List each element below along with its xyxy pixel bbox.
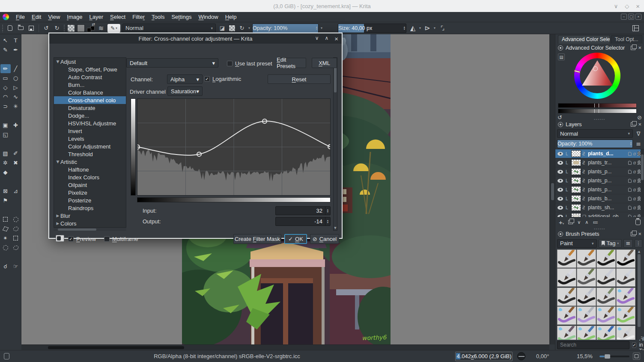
assistants-tool[interactable]: ⊿ bbox=[11, 187, 21, 196]
brush-preset-tile[interactable] bbox=[577, 249, 596, 268]
transform-tool[interactable]: ▣ bbox=[0, 121, 11, 130]
preview-mode-button[interactable] bbox=[56, 235, 64, 242]
layer-opacity-slider[interactable]: Opacity: 100% ▴▾ bbox=[557, 139, 633, 148]
mirror-horizontal-button[interactable]: ◭ bbox=[408, 24, 417, 33]
layer-visibility-icon[interactable] bbox=[558, 197, 563, 201]
canvas-vertical-scrollbar[interactable] bbox=[549, 34, 555, 344]
color-history-bar[interactable] bbox=[558, 103, 637, 108]
filter-item-artistic[interactable]: ▼Artistic bbox=[54, 158, 126, 166]
output-spinbox[interactable]: -14 ▴▾ bbox=[275, 217, 331, 226]
freehand-brush-tool[interactable]: ✏ bbox=[0, 64, 11, 73]
use-last-preset-checkbox[interactable]: Use last preset bbox=[227, 60, 272, 67]
move-layer-down-button[interactable]: ∨ bbox=[577, 220, 581, 225]
polygon-tool[interactable]: ◇ bbox=[0, 83, 11, 92]
mdi-restore-icon[interactable]: ▢ bbox=[628, 14, 634, 20]
filter-item-pixelize[interactable]: Pixelize bbox=[54, 189, 126, 196]
layer-lock-icon[interactable] bbox=[628, 206, 632, 210]
layer-filter-icon[interactable]: ∇ bbox=[635, 131, 642, 137]
move-tool[interactable]: ✚ bbox=[11, 121, 21, 130]
float-docker-icon[interactable] bbox=[631, 122, 635, 127]
contiguous-select-tool[interactable]: ✴ bbox=[0, 234, 11, 243]
layer-row[interactable]: LƧplants_p...α bbox=[555, 185, 644, 194]
menu-view[interactable]: View bbox=[45, 13, 63, 21]
close-docker-icon[interactable]: × bbox=[638, 232, 641, 236]
text-tool[interactable]: T bbox=[11, 36, 21, 45]
layer-lock-icon[interactable] bbox=[628, 197, 632, 201]
canvas-horizontal-scrollbar[interactable] bbox=[21, 344, 549, 350]
layer-thumbnail[interactable] bbox=[571, 186, 581, 193]
brush-preset-tile[interactable] bbox=[557, 306, 576, 325]
layer-row[interactable]: LƧplants_tr...α bbox=[555, 158, 644, 167]
multiframe-checkbox[interactable]: Multiframe bbox=[104, 236, 138, 242]
filter-item-color-balance[interactable]: Color Balance bbox=[54, 89, 126, 96]
similar-color-select-tool[interactable] bbox=[11, 234, 21, 243]
mirror-v-dropdown-icon[interactable]: ▾ bbox=[434, 26, 435, 30]
brush-preset-tile[interactable] bbox=[577, 288, 596, 306]
brush-preset-tile[interactable] bbox=[616, 268, 635, 287]
workspace-chooser-button[interactable] bbox=[631, 24, 640, 33]
brush-preset-tile[interactable] bbox=[557, 326, 576, 340]
magnetic-select-tool[interactable] bbox=[11, 243, 21, 252]
crop-tool[interactable]: ◱ bbox=[0, 130, 11, 139]
polyline-tool[interactable]: ▷ bbox=[11, 83, 21, 92]
layer-thumbnail[interactable] bbox=[571, 168, 581, 175]
trim-to-image-button[interactable]: ⌜⌟ bbox=[438, 24, 446, 33]
xml-button[interactable]: XML bbox=[312, 58, 337, 68]
pattern-edit-tool[interactable]: ✲ bbox=[0, 158, 11, 167]
delete-layer-button[interactable] bbox=[635, 220, 641, 225]
edit-shapes-tool[interactable]: ✎ bbox=[0, 45, 11, 54]
layer-row[interactable]: LƧplants_d...α bbox=[555, 149, 644, 158]
layer-lock-icon[interactable] bbox=[628, 170, 632, 174]
tab-tool-options[interactable]: Tool Opt... bbox=[611, 35, 642, 44]
undo-button[interactable]: ↺ bbox=[42, 24, 51, 33]
float-docker-icon[interactable] bbox=[631, 232, 635, 236]
rotation-dial-icon[interactable] bbox=[517, 352, 525, 360]
close-docker-icon[interactable]: × bbox=[638, 122, 641, 127]
layer-blend-mode-combo[interactable]: Normal▾ bbox=[557, 129, 633, 138]
filter-item-threshold[interactable]: Threshold bbox=[54, 150, 126, 158]
layer-lock-icon[interactable] bbox=[628, 152, 632, 156]
filter-item-slope-offset-powe[interactable]: Slope, Offset, Powe bbox=[54, 65, 126, 73]
select-shapes-tool[interactable]: ↖ bbox=[0, 36, 11, 45]
zoom-value[interactable]: 15,5% bbox=[577, 353, 593, 359]
dynamic-brush-tool[interactable]: ⊃ bbox=[0, 102, 11, 111]
calligraphy-tool[interactable]: ✒ bbox=[11, 45, 21, 54]
layer-thumbnail[interactable] bbox=[571, 204, 581, 211]
layer-row[interactable]: L❏additional_ob...α bbox=[555, 212, 644, 217]
inherit-alpha-icon[interactable]: α bbox=[633, 160, 636, 165]
app-titlebar[interactable]: (3,0 GiB) - [cozy_tenement.kra] — Krita … bbox=[0, 0, 644, 12]
reset-button[interactable]: Reset bbox=[268, 74, 331, 84]
filter-item-oilpaint[interactable]: Oilpaint bbox=[54, 181, 126, 189]
brush-preset-tile[interactable] bbox=[616, 326, 635, 340]
brush-preset-tile[interactable] bbox=[596, 326, 616, 340]
maximize-icon[interactable]: ◇ bbox=[625, 3, 629, 9]
dialog-maximize-icon[interactable]: ∧ bbox=[325, 35, 328, 42]
multibrush-tool[interactable]: ✳ bbox=[11, 102, 21, 111]
rotation-value[interactable]: 0,00° bbox=[536, 353, 549, 359]
filter-item-desaturate[interactable]: Desaturate bbox=[54, 104, 126, 112]
preview-checkbox[interactable]: ✓Preview bbox=[68, 236, 96, 242]
mdi-minimize-icon[interactable]: − bbox=[621, 14, 627, 20]
preserve-alpha-button[interactable] bbox=[229, 25, 236, 32]
menu-settings[interactable]: Settings bbox=[168, 13, 195, 21]
layer-lock-icon[interactable] bbox=[628, 161, 632, 165]
layer-list[interactable]: LƧplants_d...αLƧplants_tr...αLƧplants_p.… bbox=[555, 149, 644, 217]
menu-select[interactable]: Select bbox=[107, 13, 129, 21]
menu-filter[interactable]: Filter bbox=[129, 13, 148, 21]
brush-preset-grid[interactable]: ▲ ▼ bbox=[557, 249, 641, 340]
mirror-h-dropdown-icon[interactable]: ▾ bbox=[419, 26, 421, 30]
pan-tool[interactable]: ☞ bbox=[11, 262, 21, 271]
open-document-button[interactable] bbox=[16, 24, 25, 33]
brush-preset-tile[interactable] bbox=[596, 268, 616, 287]
create-filter-mask-button[interactable]: Create Filter Mask bbox=[233, 234, 281, 244]
filter-item-adjust[interactable]: ▼Adjust bbox=[54, 58, 126, 65]
brush-preset-tile[interactable] bbox=[596, 306, 616, 325]
layer-thumbnail[interactable] bbox=[571, 195, 581, 202]
layer-lock-icon[interactable] bbox=[628, 179, 632, 183]
add-layer-button[interactable]: +▾ bbox=[559, 219, 564, 226]
freehand-select-tool[interactable] bbox=[11, 224, 21, 233]
swap-colors-icon[interactable]: ⇄ bbox=[92, 22, 95, 27]
brush-search-input[interactable] bbox=[557, 341, 629, 349]
filter-item-blur[interactable]: ▶Blur bbox=[54, 212, 126, 220]
layer-properties-button[interactable]: ≔ bbox=[593, 219, 598, 226]
